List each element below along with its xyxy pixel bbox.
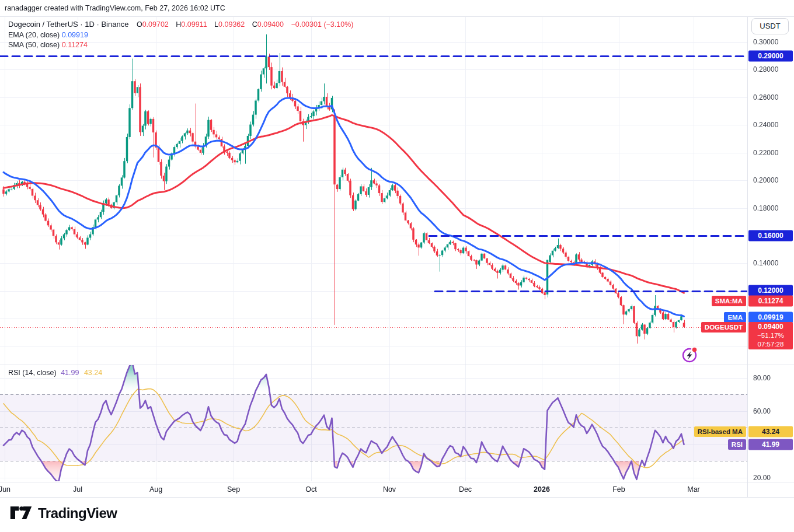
low-value: L0.09362 (214, 20, 245, 29)
price-tick: 0.30000 (753, 38, 778, 46)
rsi-tick: 80.00 (753, 374, 771, 382)
level-badge-029: 0.29000 (748, 51, 793, 62)
change-value: −0.00301 (−3.10%) (291, 20, 353, 29)
last-price: 0.09400 (748, 323, 793, 331)
rsi-chip: RSI (728, 439, 746, 450)
high-value: H0.09911 (176, 20, 207, 29)
ema-price-badge: 0.09919 (748, 312, 793, 323)
rsi-ma-value: 43.24 (84, 369, 102, 377)
legend-ohlc-row: Dogecoin / TetherUS · 1D · Binance O0.09… (8, 19, 353, 30)
tradingview-logo-text: TradingView (38, 505, 117, 522)
price-legend: Dogecoin / TetherUS · 1D · Binance O0.09… (8, 19, 353, 51)
ema-chip: EMA (724, 312, 746, 323)
rsi-value: 41.99 (61, 369, 79, 377)
rsi-ma-chip: RSI-based MA (694, 426, 746, 437)
time-tick: Dec (459, 485, 472, 494)
close-value: C0.09400 (252, 20, 284, 29)
price-tick: 0.14000 (753, 259, 778, 267)
chart-canvas[interactable] (0, 0, 794, 532)
symbol-title[interactable]: Dogecoin / TetherUS · 1D · Binance (8, 20, 128, 29)
rsi-legend[interactable]: RSI (14, close) 41.99 43.24 (8, 368, 102, 379)
time-tick: Oct (305, 485, 316, 494)
time-tick: Nov (383, 485, 396, 494)
time-tick: Feb (612, 485, 625, 494)
symbol-chip: DOGEUSDT (701, 322, 746, 332)
price-tick: 0.28000 (753, 65, 778, 74)
currency-toggle-button[interactable]: USDT (751, 18, 789, 34)
time-tick: Sep (227, 485, 240, 494)
price-tick: 0.26000 (753, 93, 778, 102)
rsi-tick: 20.00 (753, 474, 771, 482)
price-tick: 0.20000 (753, 176, 778, 184)
legend-ema-row[interactable]: EMA (20, close) 0.09919 (8, 30, 353, 41)
attribution-text: ranadagger created with TradingView.com,… (5, 4, 225, 12)
tradingview-logo[interactable]: TradingView (9, 505, 117, 522)
rsi-badge: 41.99 (748, 439, 793, 450)
legend-sma-row[interactable]: SMA (50, close) 0.11274 (8, 40, 353, 51)
sma-price-badge: 0.11274 (748, 296, 793, 307)
bar-countdown: 07:57:28 (748, 340, 793, 349)
level-badge-016: 0.16000 (748, 230, 793, 242)
rsi-tick: 60.00 (753, 407, 771, 415)
price-tick: 0.24000 (753, 121, 778, 129)
change-percent: −51.17% (748, 331, 793, 340)
price-tick: 0.22000 (753, 149, 778, 157)
time-tick: Jul (73, 485, 82, 494)
tradingview-chart-page: ranadagger created with TradingView.com,… (0, 0, 794, 532)
price-tick: 0.18000 (753, 204, 778, 212)
time-tick: Mar (687, 485, 700, 494)
time-tick: 2026 (534, 485, 550, 494)
tradingview-logo-icon (9, 505, 33, 522)
time-tick: Aug (149, 485, 162, 494)
rsi-ma-badge: 43.24 (748, 426, 793, 438)
level-badge-012: 0.12000 (748, 285, 793, 296)
sma-chip: SMA:MA (712, 296, 746, 306)
last-price-badge: 0.09400 −51.17% 07:57:28 (748, 322, 793, 349)
time-tick: Jun (0, 485, 11, 494)
open-value: O0.09702 (137, 20, 169, 29)
